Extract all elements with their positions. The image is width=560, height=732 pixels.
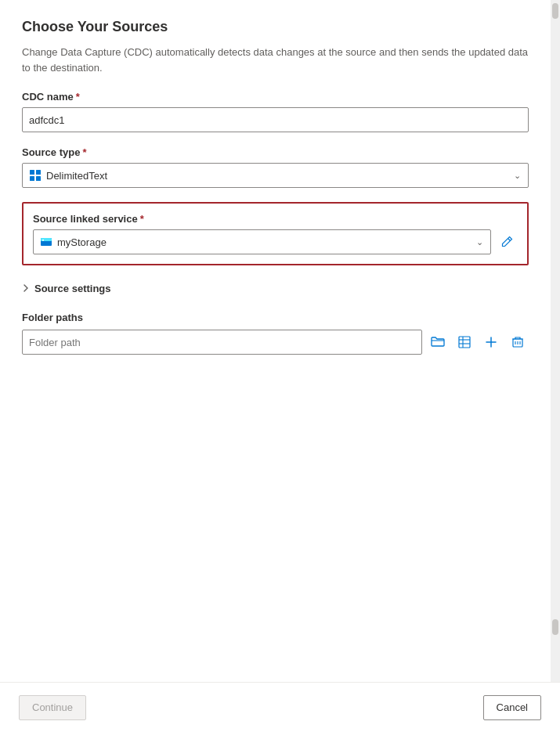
source-linked-service-required: * — [140, 213, 144, 225]
delimited-text-icon — [29, 169, 42, 182]
source-linked-service-label: Source linked service * — [33, 213, 518, 225]
scrollbar-thumb-top[interactable] — [552, 3, 558, 19]
svg-rect-1 — [36, 170, 41, 175]
storage-icon — [40, 236, 52, 248]
source-settings-label: Source settings — [34, 283, 111, 294]
page-title: Choose Your Sources — [22, 19, 529, 35]
plus-icon — [485, 336, 497, 348]
source-type-value: DelimitedText — [46, 170, 107, 182]
cdc-name-group: CDC name * — [22, 91, 529, 132]
folder-path-input[interactable] — [22, 330, 422, 355]
source-type-group: Source type * DelimitedText — [22, 146, 529, 188]
add-folder-path-button[interactable] — [480, 331, 502, 353]
source-settings-chevron-icon — [22, 283, 30, 294]
delete-folder-path-button[interactable] — [507, 331, 529, 353]
source-type-required: * — [82, 146, 86, 158]
svg-rect-3 — [36, 176, 41, 181]
chevron-right-icon — [22, 283, 30, 293]
cdc-name-required: * — [76, 91, 80, 103]
svg-rect-7 — [459, 337, 470, 348]
table-icon — [458, 336, 471, 348]
folder-open-icon — [431, 336, 445, 348]
page-description: Change Data Capture (CDC) automatically … — [22, 45, 529, 75]
cdc-name-input[interactable] — [22, 107, 529, 132]
linked-service-select-wrapper: myStorage ⌄ — [33, 229, 491, 254]
folder-paths-label: Folder paths — [22, 312, 529, 323]
trash-icon — [511, 336, 524, 348]
scrollbar[interactable] — [551, 0, 560, 682]
scrollbar-thumb-bottom[interactable] — [552, 619, 558, 635]
source-type-select[interactable]: DelimitedText — [22, 163, 529, 188]
source-type-label: Source type * — [22, 146, 529, 158]
cancel-button[interactable]: Cancel — [483, 695, 541, 720]
folder-path-row — [22, 330, 529, 355]
source-settings-row[interactable]: Source settings — [22, 279, 529, 297]
linked-service-value: myStorage — [57, 236, 107, 248]
pencil-icon — [500, 236, 513, 248]
browse-folder-button[interactable] — [427, 331, 449, 353]
browse-schema-button[interactable] — [453, 331, 475, 353]
cdc-name-label: CDC name * — [22, 91, 529, 103]
folder-paths-group: Folder paths — [22, 312, 529, 355]
svg-rect-2 — [30, 176, 34, 181]
continue-button[interactable]: Continue — [19, 695, 86, 720]
source-type-select-wrapper: DelimitedText ⌄ — [22, 163, 529, 188]
linked-service-row: myStorage ⌄ — [33, 229, 518, 254]
linked-service-select[interactable]: myStorage — [33, 229, 491, 254]
svg-rect-0 — [30, 170, 34, 175]
source-linked-service-group: Source linked service * myStorage — [22, 202, 529, 265]
edit-linked-service-button[interactable] — [496, 229, 518, 254]
footer: Continue Cancel — [0, 682, 560, 732]
svg-rect-6 — [42, 240, 44, 241]
